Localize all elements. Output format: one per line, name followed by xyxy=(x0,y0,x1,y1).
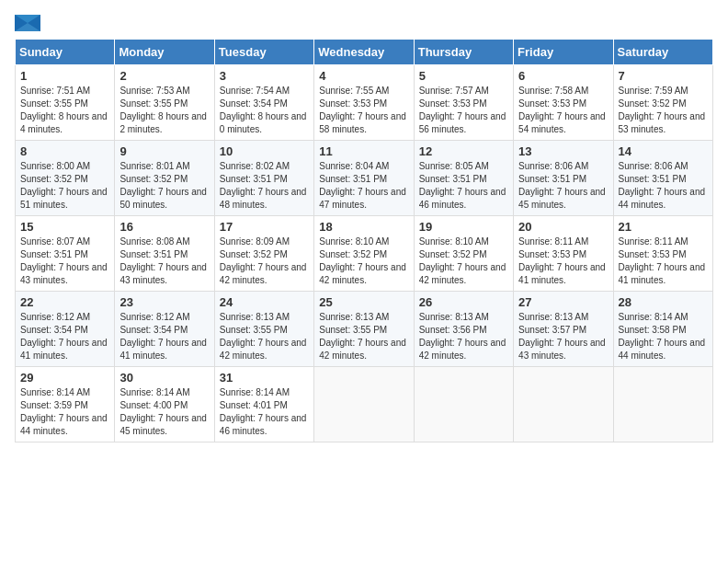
day-info: Sunrise: 7:59 AMSunset: 3:52 PMDaylight:… xyxy=(619,85,708,136)
day-info: Sunrise: 8:10 AMSunset: 3:52 PMDaylight:… xyxy=(419,236,508,287)
day-number: 14 xyxy=(619,144,708,158)
day-number: 6 xyxy=(518,69,608,83)
day-cell: 17Sunrise: 8:09 AMSunset: 3:52 PMDayligh… xyxy=(214,216,313,292)
day-number: 12 xyxy=(419,144,508,158)
day-info: Sunrise: 8:13 AMSunset: 3:55 PMDaylight:… xyxy=(220,311,309,362)
day-number: 20 xyxy=(518,220,608,234)
day-cell: 1Sunrise: 7:51 AMSunset: 3:55 PMDaylight… xyxy=(16,65,115,141)
day-cell: 13Sunrise: 8:06 AMSunset: 3:51 PMDayligh… xyxy=(514,141,613,216)
day-number: 27 xyxy=(518,295,608,309)
day-number: 26 xyxy=(419,295,508,309)
day-number: 7 xyxy=(619,69,708,83)
day-number: 11 xyxy=(319,144,408,158)
day-number: 8 xyxy=(20,144,109,158)
day-cell: 12Sunrise: 8:05 AMSunset: 3:51 PMDayligh… xyxy=(414,141,513,216)
day-cell: 25Sunrise: 8:13 AMSunset: 3:55 PMDayligh… xyxy=(314,292,414,367)
logo-icon xyxy=(15,15,40,31)
day-cell: 18Sunrise: 8:10 AMSunset: 3:52 PMDayligh… xyxy=(314,216,414,292)
day-number: 28 xyxy=(619,295,708,309)
day-info: Sunrise: 8:14 AMSunset: 3:59 PMDaylight:… xyxy=(20,386,109,438)
day-info: Sunrise: 8:05 AMSunset: 3:51 PMDaylight:… xyxy=(419,160,508,212)
day-cell: 11Sunrise: 8:04 AMSunset: 3:51 PMDayligh… xyxy=(314,141,414,216)
day-info: Sunrise: 8:12 AMSunset: 3:54 PMDaylight:… xyxy=(20,311,109,362)
day-number: 3 xyxy=(220,69,309,83)
calendar-table: SundayMondayTuesdayWednesdayThursdayFrid… xyxy=(15,39,713,442)
day-number: 21 xyxy=(619,220,708,234)
day-cell: 5Sunrise: 7:57 AMSunset: 3:53 PMDaylight… xyxy=(414,65,513,141)
day-cell: 14Sunrise: 8:06 AMSunset: 3:51 PMDayligh… xyxy=(613,141,712,216)
day-info: Sunrise: 8:00 AMSunset: 3:52 PMDaylight:… xyxy=(20,160,109,212)
day-cell xyxy=(314,367,414,442)
day-info: Sunrise: 8:14 AMSunset: 4:01 PMDaylight:… xyxy=(220,386,309,438)
day-cell: 19Sunrise: 8:10 AMSunset: 3:52 PMDayligh… xyxy=(414,216,513,292)
day-info: Sunrise: 8:12 AMSunset: 3:54 PMDaylight:… xyxy=(119,311,209,362)
day-number: 9 xyxy=(119,144,209,158)
day-cell: 30Sunrise: 8:14 AMSunset: 4:00 PMDayligh… xyxy=(115,367,214,442)
day-number: 19 xyxy=(419,220,508,234)
day-info: Sunrise: 8:04 AMSunset: 3:51 PMDaylight:… xyxy=(319,160,408,212)
day-number: 18 xyxy=(319,220,408,234)
day-cell: 23Sunrise: 8:12 AMSunset: 3:54 PMDayligh… xyxy=(115,292,214,367)
day-cell: 20Sunrise: 8:11 AMSunset: 3:53 PMDayligh… xyxy=(514,216,613,292)
week-row-2: 8Sunrise: 8:00 AMSunset: 3:52 PMDaylight… xyxy=(16,141,713,216)
day-number: 4 xyxy=(319,69,408,83)
day-cell: 21Sunrise: 8:11 AMSunset: 3:53 PMDayligh… xyxy=(613,216,712,292)
day-cell: 24Sunrise: 8:13 AMSunset: 3:55 PMDayligh… xyxy=(214,292,313,367)
day-number: 24 xyxy=(220,295,309,309)
day-cell xyxy=(414,367,513,442)
day-info: Sunrise: 8:10 AMSunset: 3:52 PMDaylight:… xyxy=(319,236,408,287)
day-cell: 22Sunrise: 8:12 AMSunset: 3:54 PMDayligh… xyxy=(16,292,115,367)
day-number: 29 xyxy=(20,371,109,385)
day-info: Sunrise: 8:13 AMSunset: 3:55 PMDaylight:… xyxy=(319,311,408,362)
col-header-tuesday: Tuesday xyxy=(214,40,313,65)
day-number: 22 xyxy=(20,295,109,309)
col-header-saturday: Saturday xyxy=(613,40,712,65)
week-row-1: 1Sunrise: 7:51 AMSunset: 3:55 PMDaylight… xyxy=(16,65,713,141)
day-info: Sunrise: 8:13 AMSunset: 3:56 PMDaylight:… xyxy=(419,311,508,362)
day-info: Sunrise: 8:11 AMSunset: 3:53 PMDaylight:… xyxy=(518,236,608,287)
col-header-thursday: Thursday xyxy=(414,40,513,65)
day-info: Sunrise: 8:11 AMSunset: 3:53 PMDaylight:… xyxy=(619,236,708,287)
day-info: Sunrise: 7:57 AMSunset: 3:53 PMDaylight:… xyxy=(419,85,508,136)
day-info: Sunrise: 8:06 AMSunset: 3:51 PMDaylight:… xyxy=(518,160,608,212)
day-cell: 6Sunrise: 7:58 AMSunset: 3:53 PMDaylight… xyxy=(514,65,613,141)
day-info: Sunrise: 8:08 AMSunset: 3:51 PMDaylight:… xyxy=(119,236,209,287)
day-info: Sunrise: 7:58 AMSunset: 3:53 PMDaylight:… xyxy=(518,85,608,136)
day-info: Sunrise: 8:14 AMSunset: 3:58 PMDaylight:… xyxy=(619,311,708,362)
day-number: 1 xyxy=(20,69,109,83)
week-row-3: 15Sunrise: 8:07 AMSunset: 3:51 PMDayligh… xyxy=(16,216,713,292)
day-cell: 29Sunrise: 8:14 AMSunset: 3:59 PMDayligh… xyxy=(16,367,115,442)
week-row-5: 29Sunrise: 8:14 AMSunset: 3:59 PMDayligh… xyxy=(16,367,713,442)
day-info: Sunrise: 8:06 AMSunset: 3:51 PMDaylight:… xyxy=(619,160,708,212)
day-info: Sunrise: 7:53 AMSunset: 3:55 PMDaylight:… xyxy=(119,85,209,136)
day-number: 30 xyxy=(119,371,209,385)
col-header-monday: Monday xyxy=(115,40,214,65)
day-info: Sunrise: 7:54 AMSunset: 3:54 PMDaylight:… xyxy=(220,85,309,136)
day-info: Sunrise: 8:07 AMSunset: 3:51 PMDaylight:… xyxy=(20,236,109,287)
day-cell: 4Sunrise: 7:55 AMSunset: 3:53 PMDaylight… xyxy=(314,65,414,141)
day-cell: 31Sunrise: 8:14 AMSunset: 4:01 PMDayligh… xyxy=(214,367,313,442)
day-info: Sunrise: 8:02 AMSunset: 3:51 PMDaylight:… xyxy=(220,160,309,212)
col-header-sunday: Sunday xyxy=(16,40,115,65)
day-cell: 16Sunrise: 8:08 AMSunset: 3:51 PMDayligh… xyxy=(115,216,214,292)
week-row-4: 22Sunrise: 8:12 AMSunset: 3:54 PMDayligh… xyxy=(16,292,713,367)
day-cell: 15Sunrise: 8:07 AMSunset: 3:51 PMDayligh… xyxy=(16,216,115,292)
day-number: 23 xyxy=(119,295,209,309)
day-cell: 7Sunrise: 7:59 AMSunset: 3:52 PMDaylight… xyxy=(613,65,712,141)
day-info: Sunrise: 8:09 AMSunset: 3:52 PMDaylight:… xyxy=(220,236,309,287)
day-number: 13 xyxy=(518,144,608,158)
day-cell: 10Sunrise: 8:02 AMSunset: 3:51 PMDayligh… xyxy=(214,141,313,216)
day-info: Sunrise: 8:01 AMSunset: 3:52 PMDaylight:… xyxy=(119,160,209,212)
day-cell: 3Sunrise: 7:54 AMSunset: 3:54 PMDaylight… xyxy=(214,65,313,141)
day-info: Sunrise: 7:55 AMSunset: 3:53 PMDaylight:… xyxy=(319,85,408,136)
day-number: 31 xyxy=(220,371,309,385)
day-cell: 8Sunrise: 8:00 AMSunset: 3:52 PMDaylight… xyxy=(16,141,115,216)
day-cell xyxy=(613,367,712,442)
day-info: Sunrise: 7:51 AMSunset: 3:55 PMDaylight:… xyxy=(20,85,109,136)
day-number: 16 xyxy=(119,220,209,234)
col-header-wednesday: Wednesday xyxy=(314,40,414,65)
day-cell: 9Sunrise: 8:01 AMSunset: 3:52 PMDaylight… xyxy=(115,141,214,216)
day-number: 10 xyxy=(220,144,309,158)
logo xyxy=(15,15,46,31)
day-info: Sunrise: 8:13 AMSunset: 3:57 PMDaylight:… xyxy=(518,311,608,362)
